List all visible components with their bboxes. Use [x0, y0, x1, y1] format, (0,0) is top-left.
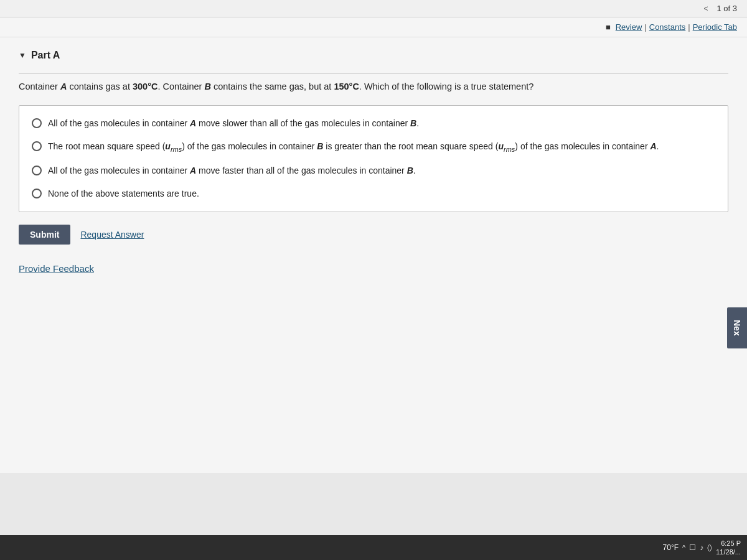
taskbar-date: 11/28/... [716, 548, 741, 556]
radio-3[interactable] [32, 166, 42, 175]
back-chevron-icon[interactable]: < [703, 4, 708, 13]
taskbar-caret-icon: ^ [682, 544, 685, 551]
nav-counter-area: < 1 of 3 [703, 4, 737, 13]
taskbar-icon-1: ☐ [689, 543, 696, 552]
taskbar-volume-icon: 〈〉 [707, 543, 712, 552]
part-header: ▼ Part A [19, 50, 728, 61]
taskbar-time: 6:25 P [716, 539, 741, 548]
links-bar: ■ Review | Constants | Periodic Tab [0, 17, 747, 37]
taskbar-icon-2: ♪ [700, 543, 703, 552]
question-counter: 1 of 3 [716, 4, 737, 13]
review-icon: ■ [606, 22, 611, 32]
constants-link[interactable]: Constants [649, 22, 686, 32]
radio-2[interactable] [32, 141, 42, 151]
radio-1[interactable] [32, 118, 42, 128]
part-label: Part A [31, 50, 60, 61]
taskbar: 70°F ^ ☐ ♪ 〈〉 6:25 P 11/28/... [0, 535, 747, 560]
answer-options-box: All of the gas molecules in container A … [19, 105, 728, 212]
main-content: ▼ Part A Container A contains gas at 300… [0, 37, 747, 473]
container-b-label: B [204, 82, 210, 91]
top-navigation-bar: < 1 of 3 [0, 0, 747, 17]
option-2-text: The root mean square speed (urms) of the… [48, 140, 715, 154]
question-mid2: contains the same gas, but at 150°C. Whi… [211, 82, 533, 91]
question-mid1: contains gas at 300°C. Container [67, 82, 204, 91]
taskbar-temperature: 70°F [663, 543, 679, 552]
submit-button[interactable]: Submit [19, 225, 70, 245]
separator1: | [644, 22, 646, 32]
next-button[interactable]: Nex [727, 307, 747, 348]
container-a-label: A [60, 82, 67, 91]
option-2[interactable]: The root mean square speed (urms) of the… [32, 140, 715, 154]
provide-feedback-link[interactable]: Provide Feedback [19, 263, 94, 274]
separator2: | [688, 22, 690, 32]
option-4-text: None of the above statements are true. [48, 187, 715, 200]
option-4[interactable]: None of the above statements are true. [32, 187, 715, 200]
divider [19, 73, 728, 74]
radio-4[interactable] [32, 189, 42, 198]
request-answer-link[interactable]: Request Answer [80, 230, 144, 240]
option-3[interactable]: All of the gas molecules in container A … [32, 164, 715, 177]
collapse-triangle-icon[interactable]: ▼ [19, 51, 26, 60]
periodic-table-link[interactable]: Periodic Tab [693, 22, 737, 32]
taskbar-time-area: 6:25 P 11/28/... [716, 539, 741, 557]
option-3-text: All of the gas molecules in container A … [48, 164, 715, 177]
review-link[interactable]: Review [616, 22, 642, 32]
question-prefix: Container [19, 82, 60, 91]
actions-row: Submit Request Answer [19, 225, 728, 245]
option-1[interactable]: All of the gas molecules in container A … [32, 117, 715, 130]
option-1-text: All of the gas molecules in container A … [48, 117, 715, 130]
question-text: Container A contains gas at 300°C. Conta… [19, 80, 728, 94]
